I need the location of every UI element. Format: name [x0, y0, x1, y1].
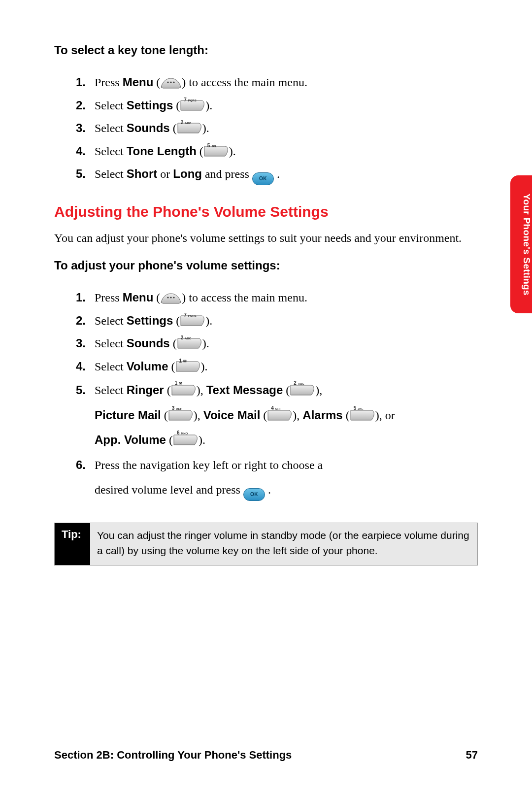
bold: Menu — [123, 75, 154, 89]
bold: App. Volume — [95, 433, 166, 446]
bold: Alarms — [302, 408, 342, 422]
key-3-icon: 3 DEF — [168, 405, 194, 417]
key-2-icon: 2 ABC — [177, 334, 202, 346]
text: . — [202, 433, 205, 446]
text: Select — [95, 167, 127, 180]
text: . — [265, 483, 271, 496]
bold: Settings — [127, 314, 173, 327]
subhead-key-tone: To select a key tone length: — [54, 43, 478, 57]
page-number: 57 — [466, 749, 478, 762]
text: , — [297, 409, 302, 422]
menu-key-icon — [160, 72, 182, 89]
step: 6. Press the navigation key left or righ… — [76, 453, 478, 502]
step-num: 1. — [76, 71, 86, 94]
text: , or — [379, 409, 395, 422]
step-num: 1. — [76, 286, 86, 309]
bold: Short — [127, 167, 158, 180]
bold: Sounds — [127, 121, 170, 134]
svg-point-3 — [167, 297, 169, 298]
svg-point-5 — [173, 297, 175, 298]
text: and press — [202, 167, 252, 180]
tip-box: Tip: You can adjust the ringer volume in… — [54, 523, 478, 565]
step: 5. Select Short or Long and press OK . — [76, 163, 478, 186]
step-num: 5. — [76, 163, 86, 185]
bold: Tone Length — [127, 144, 197, 158]
tip-body: You can adjust the ringer volume in stan… — [90, 523, 477, 565]
step: 3. Select Sounds (2 ABC). — [76, 117, 478, 140]
bold: Voice Mail — [203, 408, 261, 422]
step-num: 3. — [76, 332, 86, 355]
intro-text: You can adjust your phone's volume setti… — [54, 229, 478, 247]
ok-key-icon: OK — [243, 488, 265, 501]
key-2-icon: 2 ABC — [177, 119, 202, 131]
footer: Section 2B: Controlling Your Phone's Set… — [54, 749, 478, 762]
svg-point-1 — [170, 81, 172, 83]
text: . — [209, 99, 212, 112]
svg-point-4 — [170, 297, 172, 298]
text: Select — [95, 360, 127, 373]
key-5-icon: 5 JKL — [350, 405, 375, 417]
text: or — [157, 167, 173, 180]
step-num: 5. — [76, 378, 86, 402]
key-1-icon: 1 ✉ — [175, 358, 201, 369]
svg-point-2 — [173, 81, 175, 83]
step: 2. Select Settings (7 PQRS). — [76, 309, 478, 332]
menu-key-icon — [160, 288, 182, 304]
text: Select — [95, 122, 127, 134]
text: Press — [95, 291, 123, 304]
bold: Text Message — [206, 383, 283, 397]
key-1-icon: 1 ✉ — [171, 380, 197, 392]
step: 4. Select Tone Length (5 JKL). — [76, 140, 478, 163]
bold: Volume — [127, 360, 168, 373]
step: 1. Press Menu () to access the main menu… — [76, 286, 478, 309]
subhead-volume: To adjust your phone's volume settings: — [54, 259, 478, 272]
ok-key-icon: OK — [252, 172, 274, 185]
text: . — [274, 167, 280, 180]
text: , — [200, 384, 206, 397]
tip-label: Tip: — [55, 523, 90, 565]
bold: Ringer — [127, 383, 164, 397]
step: 5. Select Ringer (1 ✉), Text Message (2 … — [76, 378, 478, 452]
steps-volume: 1. Press Menu () to access the main menu… — [76, 286, 478, 502]
step: 1. Press Menu () to access the main menu… — [76, 71, 478, 94]
bold: Menu — [123, 291, 154, 304]
bold: Settings — [127, 99, 173, 112]
text: desired volume level and press — [95, 483, 243, 496]
step-num: 2. — [76, 309, 86, 332]
key-2-icon: 2 ABC — [290, 380, 315, 392]
step-num: 4. — [76, 355, 86, 378]
text: . — [206, 337, 209, 350]
bold: Long — [173, 167, 202, 180]
step: 4. Select Volume (1 ✉). — [76, 355, 478, 378]
text: . — [206, 122, 209, 134]
text: Select — [95, 145, 127, 158]
footer-section: Section 2B: Controlling Your Phone's Set… — [54, 749, 292, 762]
key-4-icon: 4 GHI — [267, 405, 293, 417]
step: 2. Select Settings (7 PQRS). — [76, 94, 478, 117]
svg-point-0 — [167, 81, 169, 83]
text: Select — [95, 99, 127, 112]
text: . — [209, 314, 212, 327]
bold: Sounds — [127, 336, 170, 350]
step-num: 3. — [76, 117, 86, 139]
text: Select — [95, 337, 127, 350]
section-title: Adjusting the Phone's Volume Settings — [54, 203, 478, 220]
text: Press the navigation key left or right t… — [95, 459, 323, 471]
text: , — [319, 384, 322, 397]
text: , — [198, 409, 203, 422]
step-num: 4. — [76, 140, 86, 163]
key-6-icon: 6 MNO — [173, 430, 199, 441]
step: 3. Select Sounds (2 ABC). — [76, 332, 478, 355]
text: . — [233, 145, 236, 158]
step-num: 2. — [76, 94, 86, 117]
bold: Picture Mail — [95, 408, 161, 422]
text: to access the main menu. — [186, 291, 307, 304]
text: Select — [95, 384, 127, 397]
text: Select — [95, 314, 127, 327]
text: Press — [95, 76, 123, 89]
key-7-icon: 7 PQRS — [180, 312, 205, 324]
text: . — [205, 360, 208, 373]
steps-key-tone: 1. Press Menu () to access the main menu… — [76, 71, 478, 186]
text: to access the main menu. — [186, 76, 307, 89]
key-7-icon: 7 PQRS — [180, 97, 205, 108]
